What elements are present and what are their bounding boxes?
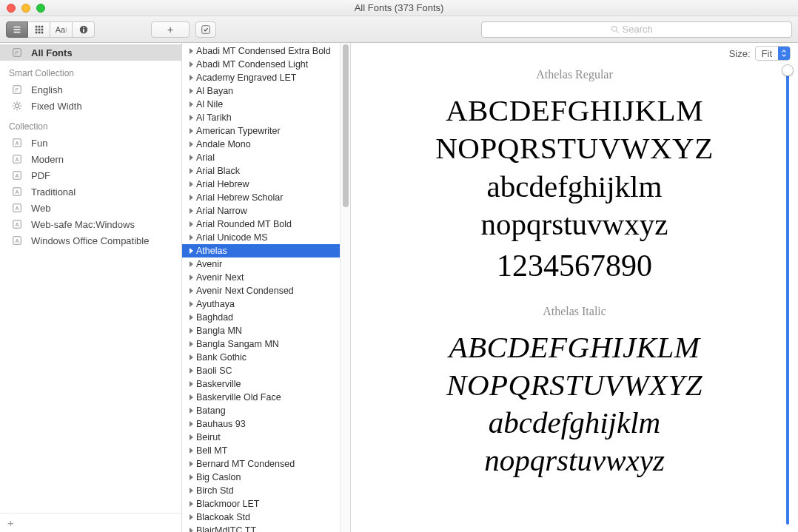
font-row[interactable]: Bangla MN (182, 324, 340, 337)
font-row[interactable]: BlairMdITC TT (182, 524, 340, 532)
font-row[interactable]: Abadi MT Condensed Extra Bold (182, 44, 340, 58)
font-row[interactable]: Avenir Next (182, 271, 340, 284)
disclosure-triangle-icon[interactable] (190, 288, 193, 294)
sidebar-item-all-fonts[interactable]: F All Fonts (0, 44, 181, 61)
disclosure-triangle-icon[interactable] (190, 275, 193, 280)
font-row[interactable]: Abadi MT Condensed Light (182, 58, 340, 71)
font-row[interactable]: Avenir Next Condensed (182, 284, 340, 297)
font-row[interactable]: Arial Hebrew Scholar (182, 191, 340, 204)
disclosure-triangle-icon[interactable] (190, 408, 193, 414)
view-repertoire-button[interactable]: Aa| (50, 21, 73, 38)
font-row[interactable]: Bank Gothic (182, 351, 340, 364)
font-row[interactable]: Al Tarikh (182, 111, 340, 124)
info-button[interactable] (73, 21, 95, 38)
font-row[interactable]: Arial Narrow (182, 204, 340, 218)
sidebar-item-smart[interactable]: FEnglish (0, 81, 181, 98)
scrollbar-track[interactable] (340, 43, 350, 532)
disclosure-triangle-icon[interactable] (190, 61, 193, 67)
font-row[interactable]: Birch Std (182, 484, 340, 497)
disclosure-triangle-icon[interactable] (190, 75, 193, 81)
font-row[interactable]: American Typewriter (182, 124, 340, 138)
font-row[interactable]: Bernard MT Condensed (182, 457, 340, 471)
disclosure-triangle-icon[interactable] (190, 474, 193, 480)
disclosure-triangle-icon[interactable] (190, 381, 193, 387)
font-row[interactable]: Bangla Sangam MN (182, 337, 340, 351)
disclosure-triangle-icon[interactable] (190, 368, 193, 374)
view-sample-button[interactable] (6, 21, 28, 38)
disclosure-triangle-icon[interactable] (190, 261, 193, 267)
font-row[interactable]: Bell MT (182, 444, 340, 457)
disclosure-triangle-icon[interactable] (190, 181, 193, 187)
font-row[interactable]: Big Caslon (182, 471, 340, 484)
font-row[interactable]: Batang (182, 404, 340, 417)
disclosure-triangle-icon[interactable] (190, 448, 193, 454)
font-row[interactable]: Baskerville (182, 377, 340, 391)
disclosure-triangle-icon[interactable] (190, 101, 193, 107)
disclosure-triangle-icon[interactable] (190, 514, 193, 520)
font-row[interactable]: Avenir (182, 257, 340, 271)
disclosure-triangle-icon[interactable] (190, 115, 193, 121)
disclosure-triangle-icon[interactable] (190, 354, 193, 360)
disclosure-triangle-icon[interactable] (190, 168, 193, 174)
sidebar-item-collection[interactable]: AFun (0, 135, 181, 151)
sidebar-item-smart[interactable]: Fixed Width (0, 98, 181, 114)
disclosure-triangle-icon[interactable] (190, 301, 193, 307)
font-row[interactable]: Bauhaus 93 (182, 417, 340, 431)
disclosure-triangle-icon[interactable] (190, 208, 193, 214)
font-row[interactable]: Arial Unicode MS (182, 231, 340, 244)
font-row[interactable]: Beirut (182, 431, 340, 444)
disclosure-triangle-icon[interactable] (190, 328, 193, 334)
disclosure-triangle-icon[interactable] (190, 235, 193, 240)
sidebar-item-collection[interactable]: AModern (0, 151, 181, 167)
font-row[interactable]: Athelas (182, 244, 340, 257)
add-collection-button[interactable]: + (0, 513, 181, 532)
font-row[interactable]: Blackoak Std (182, 511, 340, 524)
font-row[interactable]: Ayuthaya (182, 297, 340, 311)
minimize-window-button[interactable] (21, 4, 30, 13)
font-row[interactable]: Andale Mono (182, 138, 340, 151)
disclosure-triangle-icon[interactable] (190, 488, 193, 494)
sidebar-item-collection[interactable]: APDF (0, 167, 181, 183)
search-input[interactable] (623, 24, 663, 35)
sidebar-item-collection[interactable]: AWindows Office Compatible (0, 232, 181, 249)
font-row[interactable]: Arial Black (182, 164, 340, 178)
font-row[interactable]: Baghdad (182, 311, 340, 324)
font-row[interactable]: Al Bayan (182, 84, 340, 98)
font-row[interactable]: Academy Engraved LET (182, 71, 340, 84)
font-row[interactable]: Arial Hebrew (182, 178, 340, 191)
disclosure-triangle-icon[interactable] (190, 48, 193, 54)
disclosure-triangle-icon[interactable] (190, 394, 193, 400)
close-window-button[interactable] (7, 4, 16, 13)
disclosure-triangle-icon[interactable] (190, 128, 193, 134)
search-field[interactable] (481, 21, 792, 38)
validate-font-button[interactable] (195, 21, 216, 38)
font-row[interactable]: Al Nile (182, 98, 340, 111)
disclosure-triangle-icon[interactable] (190, 421, 193, 427)
disclosure-triangle-icon[interactable] (190, 155, 193, 161)
font-row[interactable]: Blackmoor LET (182, 497, 340, 511)
sidebar-item-collection[interactable]: AWeb (0, 200, 181, 216)
disclosure-triangle-icon[interactable] (190, 221, 193, 227)
disclosure-triangle-icon[interactable] (190, 248, 193, 254)
size-slider[interactable] (786, 67, 789, 525)
size-slider-handle[interactable] (782, 64, 794, 76)
disclosure-triangle-icon[interactable] (190, 434, 193, 440)
disclosure-triangle-icon[interactable] (190, 501, 193, 507)
sidebar-item-collection[interactable]: ATraditional (0, 183, 181, 200)
disclosure-triangle-icon[interactable] (190, 314, 193, 320)
disclosure-triangle-icon[interactable] (190, 528, 193, 532)
view-grid-button[interactable] (28, 21, 50, 38)
disclosure-triangle-icon[interactable] (190, 461, 193, 467)
font-row[interactable]: Baskerville Old Face (182, 391, 340, 404)
sidebar-item-collection[interactable]: AWeb-safe Mac:Windows (0, 216, 181, 232)
disclosure-triangle-icon[interactable] (190, 195, 193, 201)
fullscreen-window-button[interactable] (36, 4, 45, 13)
font-row[interactable]: Arial Rounded MT Bold (182, 218, 340, 231)
font-row[interactable]: Baoli SC (182, 364, 340, 377)
add-font-button[interactable]: + (151, 21, 190, 38)
disclosure-triangle-icon[interactable] (190, 341, 193, 347)
font-row[interactable]: Arial (182, 151, 340, 164)
disclosure-triangle-icon[interactable] (190, 141, 193, 147)
size-select[interactable]: Fit (755, 46, 791, 61)
scrollbar-thumb[interactable] (343, 44, 349, 207)
